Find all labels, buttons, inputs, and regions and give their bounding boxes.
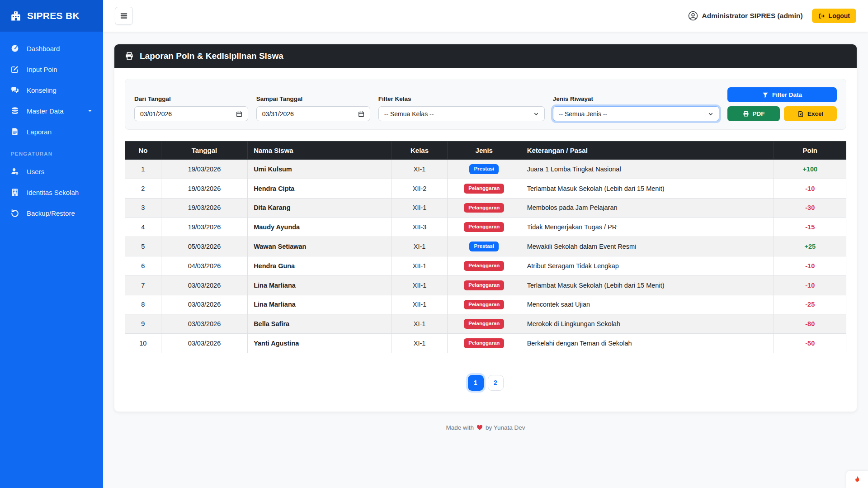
row-class: XII-1 xyxy=(392,275,448,295)
sidebar-toggle-button[interactable] xyxy=(115,7,133,25)
sidebar-nav: Dashboard Input Poin Konseling xyxy=(0,32,103,223)
sidebar-item-master-data[interactable]: Master Data xyxy=(0,100,103,121)
row-date: 03/03/2026 xyxy=(161,334,247,353)
student-name: Bella Safira xyxy=(248,314,392,334)
brand[interactable]: SIPRES BK xyxy=(0,0,103,32)
field-sampai-tanggal: Sampai Tanggal 03/31/2026 xyxy=(256,95,370,121)
row-poin: -50 xyxy=(774,334,846,353)
row-poin: -10 xyxy=(774,275,846,295)
sidebar-section-label: PENGATURAN xyxy=(0,142,103,161)
table-row: 219/03/2026Hendra CiptaXII-2PelanggaranT… xyxy=(125,179,846,198)
sidebar-item-label: Master Data xyxy=(27,107,64,115)
chat-icon xyxy=(11,86,19,94)
caret-down-icon xyxy=(88,109,92,113)
row-keterangan: Juara 1 Lomba Tingkat Nasional xyxy=(521,160,774,179)
student-name: Umi Kulsum xyxy=(248,160,392,179)
jenis-riwayat-value: -- Semua Jenis -- xyxy=(559,110,607,118)
table-row: 319/03/2026Dita KarangXII-1PelanggaranMe… xyxy=(125,198,846,218)
sidebar-item-dashboard[interactable]: Dashboard xyxy=(0,38,103,59)
jenis-riwayat-label: Jenis Riwayat xyxy=(553,95,719,102)
row-date: 05/03/2026 xyxy=(161,237,247,256)
row-jenis: Prestasi xyxy=(447,237,521,256)
student-name: Dita Karang xyxy=(248,198,392,218)
sidebar-item-label: Identitas Sekolah xyxy=(27,189,79,196)
filter-kelas-select[interactable]: -- Semua Kelas -- xyxy=(378,106,545,121)
row-date: 03/03/2026 xyxy=(161,295,247,314)
user-menu[interactable]: Administrator SIPRES (admin) xyxy=(688,11,803,21)
chevron-down-icon xyxy=(533,111,539,117)
row-jenis: Prestasi xyxy=(447,160,521,179)
row-keterangan: Terlambat Masuk Sekolah (Lebih dari 15 M… xyxy=(521,275,774,295)
sidebar-item-users[interactable]: Users xyxy=(0,161,103,182)
printer-icon xyxy=(743,111,749,117)
sidebar-item-input-poin[interactable]: Input Poin xyxy=(0,59,103,80)
dari-tanggal-input[interactable]: 03/01/2026 xyxy=(134,106,248,121)
table-row: 703/03/2026Lina MarlianaXII-1Pelanggaran… xyxy=(125,275,846,295)
table-row: 803/03/2026Lina MarlianaXII-1Pelanggaran… xyxy=(125,295,846,314)
calendar-icon xyxy=(358,111,364,117)
row-class: XII-1 xyxy=(392,295,448,314)
sidebar-item-konseling[interactable]: Konseling xyxy=(0,80,103,100)
excel-button[interactable]: Excel xyxy=(784,106,837,121)
footer: Made with by Yunata Dev xyxy=(114,424,857,431)
row-jenis: Pelanggaran xyxy=(447,295,521,314)
row-date: 19/03/2026 xyxy=(161,160,247,179)
excel-label: Excel xyxy=(807,110,823,117)
row-keterangan: Merokok di Lingkungan Sekolah xyxy=(521,314,774,334)
filter-buttons: Filter Data PDF xyxy=(727,87,837,121)
jenis-badge: Pelanggaran xyxy=(464,280,504,290)
column-header: No xyxy=(125,142,161,160)
row-date: 04/03/2026 xyxy=(161,256,247,275)
row-keterangan: Atribut Seragam Tidak Lengkap xyxy=(521,256,774,275)
column-header: Jenis xyxy=(447,142,521,160)
row-class: XI-1 xyxy=(392,314,448,334)
student-name: Wawan Setiawan xyxy=(248,237,392,256)
school-building-icon xyxy=(10,10,22,22)
filter-data-label: Filter Data xyxy=(772,91,802,98)
row-number: 9 xyxy=(125,314,161,334)
page-button-2[interactable]: 2 xyxy=(488,375,504,391)
row-date: 03/03/2026 xyxy=(161,275,247,295)
jenis-badge: Pelanggaran xyxy=(464,184,504,194)
filter-data-button[interactable]: Filter Data xyxy=(727,87,837,102)
person-circle-icon xyxy=(688,11,698,21)
column-header: Poin xyxy=(774,142,846,160)
table-row: 419/03/2026Maudy AyundaXII-3PelanggaranT… xyxy=(125,218,846,237)
chevron-down-icon xyxy=(708,111,713,117)
logout-button[interactable]: Logout xyxy=(812,9,856,23)
sidebar-item-label: Konseling xyxy=(27,86,57,94)
row-class: XII-1 xyxy=(392,198,448,218)
row-number: 5 xyxy=(125,237,161,256)
column-header: Keterangan / Pasal xyxy=(521,142,774,160)
pdf-button[interactable]: PDF xyxy=(727,106,780,121)
table-body: 119/03/2026Umi KulsumXI-1PrestasiJuara 1… xyxy=(125,160,846,353)
page-button-1[interactable]: 1 xyxy=(468,375,484,391)
printer-icon xyxy=(125,52,134,61)
sidebar-item-backup-restore[interactable]: Backup/Restore xyxy=(0,203,103,223)
filter-kelas-value: -- Semua Kelas -- xyxy=(384,110,434,118)
debug-toolbar-tab[interactable] xyxy=(846,471,868,488)
row-class: XI-1 xyxy=(392,160,448,179)
table-row: 604/03/2026Hendra GunaXII-1PelanggaranAt… xyxy=(125,256,846,275)
jenis-badge: Pelanggaran xyxy=(464,300,504,310)
column-header: Kelas xyxy=(392,142,448,160)
student-name: Yanti Agustina xyxy=(248,334,392,353)
table-row: 505/03/2026Wawan SetiawanXI-1PrestasiMew… xyxy=(125,237,846,256)
sidebar-item-laporan[interactable]: Laporan xyxy=(0,121,103,142)
row-number: 8 xyxy=(125,295,161,314)
sampai-tanggal-input[interactable]: 03/31/2026 xyxy=(256,106,370,121)
row-poin: +25 xyxy=(774,237,846,256)
row-keterangan: Mewakili Sekolah dalam Event Resmi xyxy=(521,237,774,256)
row-poin: -15 xyxy=(774,218,846,237)
jenis-riwayat-select[interactable]: -- Semua Jenis -- xyxy=(553,106,719,121)
sampai-tanggal-value: 03/31/2026 xyxy=(262,110,294,118)
row-class: XII-2 xyxy=(392,179,448,198)
row-date: 19/03/2026 xyxy=(161,179,247,198)
field-jenis-riwayat: Jenis Riwayat -- Semua Jenis -- xyxy=(553,95,719,121)
sidebar-item-identitas-sekolah[interactable]: Identitas Sekolah xyxy=(0,182,103,203)
flame-icon xyxy=(854,476,861,483)
row-class: XII-3 xyxy=(392,218,448,237)
row-poin: +100 xyxy=(774,160,846,179)
row-keterangan: Mencontek saat Ujian xyxy=(521,295,774,314)
jenis-badge: Prestasi xyxy=(469,164,499,174)
